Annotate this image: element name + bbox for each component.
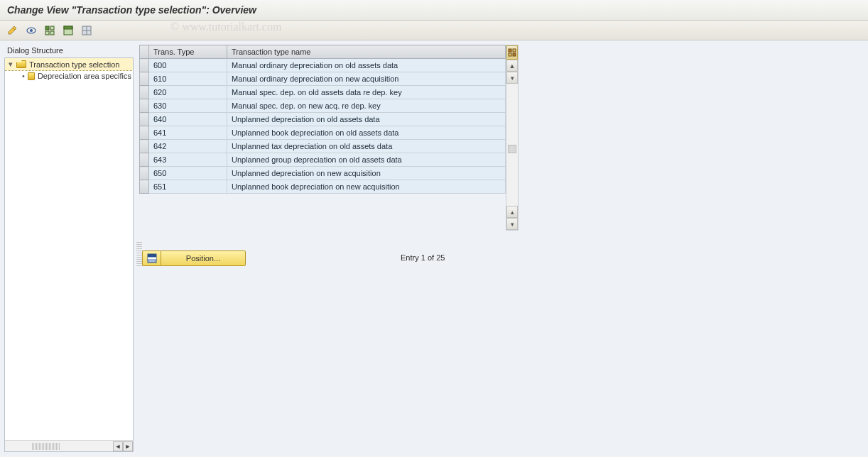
table-row[interactable]: 651Unplanned book depreciation on new ac…: [140, 180, 506, 194]
row-selector[interactable]: [140, 72, 149, 86]
position-icon[interactable]: [142, 250, 161, 266]
folder-closed-icon: [28, 72, 35, 80]
table-row[interactable]: 641Unplanned book depreciation on old as…: [140, 126, 506, 140]
table-row[interactable]: 650Unplanned depreciation on new acquisi…: [140, 167, 506, 180]
select-block-icon[interactable]: [61, 23, 75, 38]
cell-trans-type[interactable]: 643: [149, 153, 227, 167]
svg-rect-7: [64, 26, 72, 29]
col-header-trans-type[interactable]: Trans. Type: [149, 45, 227, 59]
tree-bullet-icon: •: [21, 72, 26, 80]
col-header-trans-name[interactable]: Transaction type name: [227, 45, 506, 59]
cell-trans-name[interactable]: Manual spec. dep. on old assets data re …: [227, 86, 506, 99]
scroll-down-icon[interactable]: ▾: [506, 218, 518, 230]
svg-point-1: [30, 29, 33, 32]
svg-rect-13: [509, 53, 511, 56]
entry-counter: Entry 1 of 25: [401, 253, 445, 262]
transaction-type-table-wrap: Trans. Type Transaction type name 600Man…: [139, 45, 506, 194]
table-row[interactable]: 610Manual ordinary depreciation on new a…: [140, 72, 506, 86]
row-selector[interactable]: [140, 126, 149, 140]
dialog-structure-panel: Dialog Structure ▾ Transaction type sele…: [4, 45, 134, 452]
cell-trans-type[interactable]: 641: [149, 126, 227, 140]
cell-trans-type[interactable]: 642: [149, 140, 227, 153]
cell-trans-type[interactable]: 640: [149, 113, 227, 126]
tree-node-transaction-type-selection[interactable]: ▾ Transaction type selection: [5, 58, 133, 70]
tree-node-depreciation-area[interactable]: • Depreciation area specifics: [5, 70, 133, 82]
other-view-icon[interactable]: [24, 23, 38, 38]
scroll-down-step-icon[interactable]: ▴: [506, 206, 518, 218]
cell-trans-name[interactable]: Unplanned book depreciation on old asset…: [227, 126, 506, 140]
cell-trans-type[interactable]: 610: [149, 72, 227, 86]
cell-trans-name[interactable]: Unplanned depreciation on new acquisitio…: [227, 167, 506, 180]
dialog-structure-heading: Dialog Structure: [4, 45, 134, 57]
scrollbar-grip[interactable]: [32, 443, 60, 450]
scroll-up-icon[interactable]: ▲: [506, 60, 518, 72]
splitter-handle[interactable]: [136, 242, 142, 268]
svg-rect-12: [513, 49, 516, 52]
cell-trans-name[interactable]: Unplanned depreciation on old assets dat…: [227, 113, 506, 126]
table-vertical-scrollbar[interactable]: ▲ ▾ ▴ ▾: [506, 45, 519, 231]
scroll-up-step-icon[interactable]: ▾: [506, 72, 518, 84]
toggle-display-change-icon[interactable]: [6, 23, 20, 38]
tree-node-label: Transaction type selection: [29, 60, 119, 69]
svg-rect-3: [50, 26, 54, 30]
row-selector[interactable]: [140, 153, 149, 167]
svg-rect-17: [148, 258, 156, 259]
cell-trans-type[interactable]: 651: [149, 180, 227, 194]
dialog-structure-tree[interactable]: ▾ Transaction type selection • Depreciat…: [4, 57, 134, 452]
table-row[interactable]: 620Manual spec. dep. on old assets data …: [140, 86, 506, 99]
tree-collapse-icon[interactable]: ▾: [6, 60, 15, 69]
scroll-right-icon[interactable]: ►: [123, 441, 133, 451]
cell-trans-name[interactable]: Manual spec. dep. on new acq. re dep. ke…: [227, 99, 506, 113]
tree-node-label: Depreciation area specifics: [38, 72, 131, 80]
svg-rect-14: [513, 53, 516, 56]
table-row[interactable]: 643Unplanned group depreciation on old a…: [140, 153, 506, 167]
row-selector[interactable]: [140, 99, 149, 113]
cell-trans-name[interactable]: Unplanned group depreciation on old asse…: [227, 153, 506, 167]
folder-open-icon: [16, 60, 26, 68]
transaction-type-table[interactable]: Trans. Type Transaction type name 600Man…: [139, 45, 506, 194]
table-settings-icon[interactable]: [506, 45, 518, 60]
select-all-icon[interactable]: [43, 23, 57, 38]
table-body: 600Manual ordinary depreciation on old a…: [140, 59, 506, 194]
svg-rect-5: [50, 31, 54, 35]
cell-trans-type[interactable]: 630: [149, 99, 227, 113]
cell-trans-type[interactable]: 600: [149, 59, 227, 72]
cell-trans-name[interactable]: Manual ordinary depreciation on old asse…: [227, 59, 506, 72]
row-selector[interactable]: [140, 180, 149, 194]
tree-horizontal-scrollbar[interactable]: ◄ ►: [5, 440, 133, 451]
table-row[interactable]: 642Unplanned tax depreciation on old ass…: [140, 140, 506, 153]
row-selector[interactable]: [140, 86, 149, 99]
deselect-all-icon[interactable]: [80, 23, 94, 38]
row-selector[interactable]: [140, 140, 149, 153]
cell-trans-type[interactable]: 620: [149, 86, 227, 99]
cell-trans-type[interactable]: 650: [149, 167, 227, 180]
watermark: © www.tutorialkart.com: [170, 21, 281, 33]
table-row[interactable]: 600Manual ordinary depreciation on old a…: [140, 59, 506, 72]
cell-trans-name[interactable]: Manual ordinary depreciation on new acqu…: [227, 72, 506, 86]
position-button[interactable]: Position...: [161, 250, 246, 266]
table-row[interactable]: 640Unplanned depreciation on old assets …: [140, 113, 506, 126]
svg-rect-11: [509, 49, 511, 52]
table-corner[interactable]: [140, 45, 149, 59]
cell-trans-name[interactable]: Unplanned book depreciation on new acqui…: [227, 180, 506, 194]
row-selector[interactable]: [140, 113, 149, 126]
scrollbar-track[interactable]: [506, 84, 518, 206]
scrollbar-thumb[interactable]: [508, 145, 516, 153]
scroll-left-icon[interactable]: ◄: [113, 441, 123, 451]
svg-rect-16: [148, 254, 156, 257]
svg-rect-4: [45, 31, 49, 35]
table-row[interactable]: 630Manual spec. dep. on new acq. re dep.…: [140, 99, 506, 113]
row-selector[interactable]: [140, 59, 149, 72]
cell-trans-name[interactable]: Unplanned tax depreciation on old assets…: [227, 140, 506, 153]
row-selector[interactable]: [140, 167, 149, 180]
svg-rect-2: [45, 26, 49, 30]
page-title: Change View "Transaction type selection"…: [0, 0, 868, 21]
toolbar: © www.tutorialkart.com: [0, 21, 868, 40]
content-panel: Trans. Type Transaction type name 600Man…: [136, 45, 864, 452]
